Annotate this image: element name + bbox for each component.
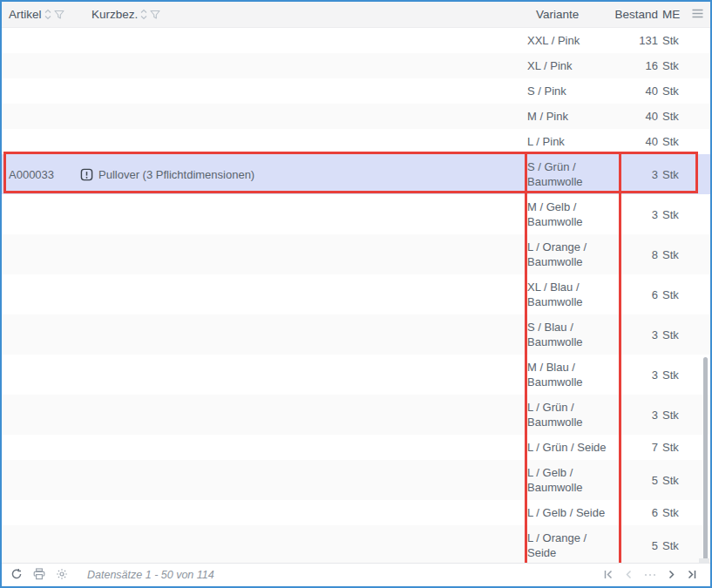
bestand-cell: 3 xyxy=(614,328,658,342)
bestand-cell: 3 xyxy=(614,368,658,382)
record-count-status: Datensätze 1 - 50 von 114 xyxy=(87,569,214,581)
bestand-cell: 3 xyxy=(614,207,658,222)
me-cell: Stk xyxy=(658,288,684,301)
last-page-icon xyxy=(687,569,696,582)
column-header-label: Artikel xyxy=(9,8,42,21)
pagination-controls xyxy=(604,569,710,582)
table-row[interactable]: M / Blau / Baumwolle 3 Stk xyxy=(2,355,710,395)
table-menu-button[interactable] xyxy=(684,8,710,21)
variante-cell: XL / Pink xyxy=(517,58,614,73)
me-cell: Stk xyxy=(658,506,684,519)
bestand-cell: 5 xyxy=(614,473,658,488)
table-footer: Datensätze 1 - 50 von 114 xyxy=(2,563,710,586)
variante-cell: L / Orange / Seide xyxy=(517,531,614,560)
table-body: XXL / Pink 131 Stk XL / Pink 16 Stk xyxy=(2,28,710,565)
table-header: Artikel Kurzbez. Variante Bestand ME xyxy=(2,2,710,28)
footer-toolbar xyxy=(2,568,68,583)
refresh-icon xyxy=(10,568,23,583)
refresh-button[interactable] xyxy=(10,568,23,583)
variante-cell: L / Pink xyxy=(517,134,614,149)
warning-icon xyxy=(80,168,93,181)
me-cell: Stk xyxy=(658,248,684,261)
bestand-cell: 7 xyxy=(614,440,658,455)
variante-cell: M / Pink xyxy=(517,109,614,124)
column-header-label: Variante xyxy=(536,8,579,21)
me-cell: Stk xyxy=(658,135,684,148)
me-cell: Stk xyxy=(658,208,684,221)
next-page-icon xyxy=(668,569,675,582)
column-header-kurzbez[interactable]: Kurzbez. xyxy=(78,8,517,21)
first-page-icon xyxy=(604,569,614,582)
vertical-scrollbar-thumb[interactable] xyxy=(703,357,708,571)
table-row[interactable]: L / Orange / Seide 5 Stk xyxy=(2,525,710,565)
me-cell: Stk xyxy=(658,84,684,98)
me-cell: Stk xyxy=(658,409,684,422)
bestand-cell: 3 xyxy=(614,408,658,422)
me-cell: Stk xyxy=(658,539,684,552)
bestand-cell: 131 xyxy=(614,33,658,48)
variante-cell: M / Blau / Baumwolle xyxy=(517,360,614,389)
prev-page-icon xyxy=(625,569,633,582)
variante-cell: S / Grün / Baumwolle xyxy=(517,159,614,189)
column-header-artikel[interactable]: Artikel xyxy=(2,8,78,21)
prev-page-button[interactable] xyxy=(625,569,633,582)
me-cell: Stk xyxy=(658,110,684,123)
filter-icon[interactable] xyxy=(150,10,160,20)
table-row[interactable]: S / Blau / Baumwolle 3 Stk xyxy=(2,314,710,355)
variante-cell: S / Pink xyxy=(517,84,614,98)
table-row[interactable]: XL / Pink 16 Stk xyxy=(2,53,710,78)
ellipsis-icon xyxy=(644,569,656,582)
artikel-cell: A000033 xyxy=(2,168,78,181)
table-row[interactable]: A000033 Pullover (3 Pflichtdimensionen) … xyxy=(2,154,710,194)
me-cell: Stk xyxy=(658,168,684,181)
inventory-table-window: Artikel Kurzbez. Variante Bestand ME xyxy=(0,0,712,588)
filter-icon[interactable] xyxy=(54,10,64,20)
me-cell: Stk xyxy=(658,368,684,382)
hamburger-icon xyxy=(692,8,703,21)
me-cell: Stk xyxy=(658,59,684,72)
table-row[interactable]: M / Pink 40 Stk xyxy=(2,104,710,129)
bestand-cell: 40 xyxy=(614,109,658,124)
me-cell: Stk xyxy=(658,34,684,47)
first-page-button[interactable] xyxy=(604,569,614,582)
table-row[interactable]: L / Pink 40 Stk xyxy=(2,129,710,154)
variante-cell: L / Grün / Seide xyxy=(517,440,614,455)
sort-icon[interactable] xyxy=(44,9,51,20)
variante-cell: S / Blau / Baumwolle xyxy=(517,320,614,349)
sort-icon[interactable] xyxy=(140,9,147,20)
me-cell: Stk xyxy=(658,328,684,341)
column-header-bestand: Bestand xyxy=(614,8,658,21)
kurzbez-text: Pullover (3 Pflichtdimensionen) xyxy=(98,168,254,181)
page-ellipsis-button[interactable] xyxy=(644,569,656,582)
table-row[interactable]: XL / Blau / Baumwolle 6 Stk xyxy=(2,274,710,314)
last-page-button[interactable] xyxy=(687,569,696,582)
table-row[interactable]: L / Orange / Baumwolle 8 Stk xyxy=(2,234,710,274)
me-cell: Stk xyxy=(658,474,684,487)
table-row[interactable]: XXL / Pink 131 Stk xyxy=(2,28,710,53)
column-header-label: Bestand xyxy=(614,8,658,21)
variante-cell: XL / Blau / Baumwolle xyxy=(517,280,614,309)
print-button[interactable] xyxy=(33,568,45,583)
column-header-variante: Variante xyxy=(517,8,614,21)
variante-cell: L / Orange / Baumwolle xyxy=(517,240,614,269)
column-header-me: ME xyxy=(658,8,684,21)
bestand-cell: 8 xyxy=(614,247,658,262)
variante-cell: L / Gelb / Baumwolle xyxy=(517,465,614,495)
bestand-cell: 16 xyxy=(614,58,658,73)
settings-button[interactable] xyxy=(56,568,68,583)
table-row[interactable]: L / Gelb / Seide 6 Stk xyxy=(2,500,710,525)
column-header-label: Kurzbez. xyxy=(92,8,138,21)
next-page-button[interactable] xyxy=(668,569,675,582)
table-row[interactable]: S / Pink 40 Stk xyxy=(2,78,710,104)
table-row[interactable]: L / Grün / Seide 7 Stk xyxy=(2,435,710,460)
table-row[interactable]: L / Gelb / Baumwolle 5 Stk xyxy=(2,460,710,500)
gear-icon xyxy=(56,568,68,583)
table-row[interactable]: L / Grün / Baumwolle 3 Stk xyxy=(2,395,710,435)
table-row[interactable]: M / Gelb / Baumwolle 3 Stk xyxy=(2,194,710,234)
bestand-cell: 5 xyxy=(614,538,658,553)
bestand-cell: 6 xyxy=(614,505,658,520)
variante-cell: M / Gelb / Baumwolle xyxy=(517,199,614,229)
kurzbez-cell: Pullover (3 Pflichtdimensionen) xyxy=(78,168,517,181)
variante-cell: XXL / Pink xyxy=(517,33,614,48)
variante-cell: L / Grün / Baumwolle xyxy=(517,400,614,429)
